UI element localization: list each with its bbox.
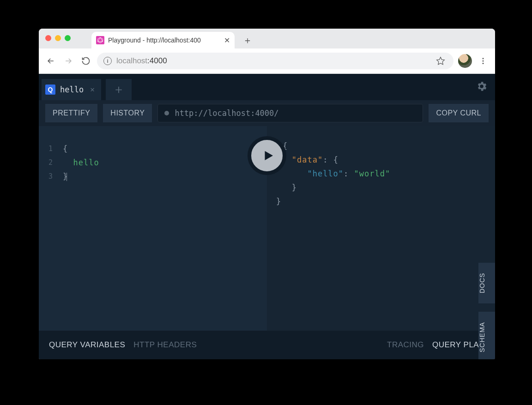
side-panels: DOCS SCHEMA [478, 263, 495, 359]
browser-tab-title: Playground - http://localhost:400 [108, 36, 220, 44]
back-button[interactable] [44, 54, 57, 67]
playground-tab-title: hello [60, 85, 84, 94]
profile-avatar[interactable] [458, 54, 472, 68]
graphql-favicon-icon [96, 36, 104, 44]
docs-panel-toggle[interactable]: DOCS [478, 263, 495, 303]
endpoint-input[interactable]: http://localhost:4000/ [157, 104, 423, 122]
run-query-button[interactable] [248, 136, 286, 175]
close-playground-tab-icon[interactable]: ✕ [90, 85, 95, 94]
new-browser-tab-button[interactable]: ＋ [241, 34, 254, 47]
site-info-icon[interactable]: i [103, 57, 112, 65]
browser-titlebar: Playground - http://localhost:400 ✕ ＋ [39, 29, 495, 48]
browser-toolbar: i localhost:4000 [39, 48, 495, 74]
query-badge-icon: Q [45, 85, 55, 95]
url-text: localhost:4000 [116, 56, 167, 66]
result-viewer[interactable]: ▾{ "data": { "hello": "world" } } [267, 126, 495, 331]
tracing-tab[interactable]: TRACING [387, 340, 424, 350]
copy-curl-button[interactable]: COPY CURL [429, 104, 489, 122]
editor-area: 1 2 3 { hello } ▾{ "data": { "hello": "w… [39, 126, 495, 331]
line-numbers: 1 2 3 [39, 142, 58, 183]
playground-footer: QUERY VARIABLES HTTP HEADERS TRACING QUE… [39, 331, 495, 359]
close-window-button[interactable] [45, 35, 51, 41]
browser-menu-icon[interactable] [477, 57, 490, 65]
playground-tab[interactable]: Q hello ✕ [42, 79, 101, 100]
svg-point-5 [483, 63, 484, 64]
svg-point-3 [483, 58, 484, 59]
window-controls [45, 35, 71, 41]
maximize-window-button[interactable] [65, 35, 71, 41]
add-playground-tab-button[interactable]: ＋ [106, 79, 132, 100]
reload-button[interactable] [79, 54, 92, 67]
browser-window: Playground - http://localhost:400 ✕ ＋ i … [39, 29, 495, 359]
svg-marker-1 [98, 37, 103, 42]
history-button[interactable]: HISTORY [103, 104, 152, 122]
connection-status-icon [164, 111, 169, 115]
svg-marker-2 [437, 57, 445, 65]
query-code: { hello } [63, 142, 267, 183]
prettify-button[interactable]: PRETTIFY [45, 104, 97, 122]
query-plan-tab[interactable]: QUERY PLAN [432, 340, 485, 350]
query-variables-tab[interactable]: QUERY VARIABLES [49, 340, 125, 350]
browser-tab[interactable]: Playground - http://localhost:400 ✕ [91, 32, 235, 48]
query-editor[interactable]: 1 2 3 { hello } [39, 126, 267, 331]
graphql-playground: Q hello ✕ ＋ PRETTIFY HISTORY http://loca… [39, 74, 495, 359]
schema-panel-toggle[interactable]: SCHEMA [478, 312, 495, 359]
svg-marker-6 [265, 151, 273, 160]
svg-point-4 [483, 60, 484, 62]
bookmark-star-icon[interactable] [434, 56, 447, 66]
address-bar[interactable]: i localhost:4000 [97, 53, 453, 69]
settings-gear-icon[interactable] [476, 80, 488, 94]
http-headers-tab[interactable]: HTTP HEADERS [133, 340, 197, 350]
endpoint-url: http://localhost:4000/ [175, 109, 278, 118]
playground-tabs: Q hello ✕ ＋ [39, 74, 495, 100]
forward-button[interactable] [62, 54, 75, 67]
action-bar: PRETTIFY HISTORY http://localhost:4000/ … [39, 100, 495, 126]
minimize-window-button[interactable] [55, 35, 61, 41]
close-tab-icon[interactable]: ✕ [224, 36, 230, 45]
